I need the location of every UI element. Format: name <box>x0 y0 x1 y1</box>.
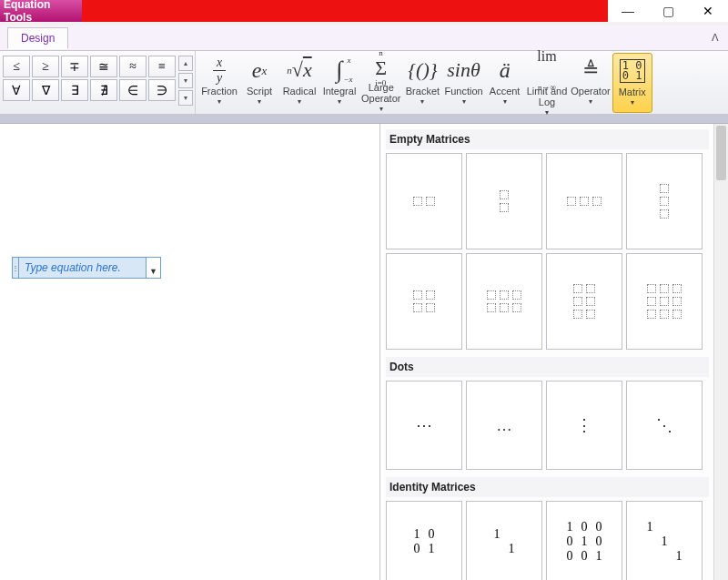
struct-label: Limit andLog <box>527 86 568 107</box>
struct-label: Operator <box>571 86 610 97</box>
struct-bracket[interactable]: {()}Bracket▾ <box>402 53 442 113</box>
equation-input[interactable]: Type equation here. <box>19 257 147 279</box>
symbol-0[interactable]: ≤ <box>3 56 30 77</box>
struct-large-operator[interactable]: nΣi=0LargeOperator▾ <box>359 53 402 113</box>
gallery-matrix-3x3[interactable] <box>626 253 703 350</box>
gallery-dots-center[interactable]: ⋯ <box>386 381 462 470</box>
symbol-10[interactable]: ∈ <box>119 79 147 101</box>
struct-glyph: 1 00 1 <box>620 56 645 86</box>
gallery-matrix-1x2[interactable] <box>386 153 462 249</box>
gallery-matrix-2x2[interactable] <box>386 253 462 350</box>
struct-label: Fraction <box>201 86 238 97</box>
gallery-identity-3x3-blank[interactable]: 111 <box>626 501 703 580</box>
dots-glyph: ⋱ <box>656 415 672 435</box>
struct-label: Script <box>247 86 272 97</box>
struct-function[interactable]: sinθFunction▾ <box>442 53 484 113</box>
symbol-5[interactable]: ≡ <box>148 56 176 77</box>
struct-glyph: nΣi=0 <box>375 55 387 82</box>
symbol-9[interactable]: ∄ <box>90 79 117 101</box>
equation-handle-icon[interactable]: ⋮ <box>12 257 19 279</box>
struct-matrix[interactable]: 1 00 1Matrix▾ <box>612 53 652 113</box>
struct-glyph: limn→∞ <box>537 55 556 86</box>
equation-content-control[interactable]: ⋮ Type equation here. ▼ <box>12 257 161 279</box>
struct-glyph: ä <box>500 55 511 86</box>
dots-glyph: ⋯ <box>416 415 432 435</box>
collapse-ribbon-button[interactable]: ᐱ <box>706 29 724 47</box>
gallery-identity-3x3[interactable]: 100010001 <box>546 501 622 580</box>
symbols-more-icon[interactable]: ▾ <box>178 90 193 106</box>
dots-glyph: ⋮ <box>576 415 592 435</box>
tab-design[interactable]: Design <box>7 27 68 49</box>
symbol-4[interactable]: ≈ <box>119 56 147 77</box>
gallery-scrollbar[interactable] <box>713 124 728 580</box>
symbol-8[interactable]: ∃ <box>61 79 88 101</box>
struct-glyph: n√x <box>287 55 311 86</box>
symbol-2[interactable]: ∓ <box>61 56 88 77</box>
dots-glyph: … <box>496 416 512 435</box>
symbol-6[interactable]: ∀ <box>3 79 30 101</box>
struct-dropdown-icon: ▾ <box>217 97 221 106</box>
symbol-1[interactable]: ≥ <box>32 56 59 77</box>
equation-options-dropdown[interactable]: ▼ <box>147 257 161 279</box>
gallery-matrix-2x3[interactable] <box>466 253 542 350</box>
struct-label: Integral <box>323 86 357 97</box>
ribbon: ≤≥∓≅≈≡ ∀∇∃∄∈∋ ▴ ▾ ▾ xyFraction▾exScript▾… <box>0 51 728 115</box>
struct-limit-and-log[interactable]: limn→∞Limit andLog▾ <box>525 53 570 113</box>
struct-integral[interactable]: ∫x−xIntegral▾ <box>319 53 359 113</box>
gallery-matrix-2x1[interactable] <box>466 153 542 249</box>
struct-dropdown-icon: ▾ <box>462 97 466 106</box>
gallery-identity-2x2-blank[interactable]: 11 <box>466 501 542 580</box>
struct-dropdown-icon: ▾ <box>545 108 549 117</box>
document-area[interactable]: ⋮ Type equation here. ▼ Empty MatricesDo… <box>0 124 728 580</box>
gallery-dots-vertical[interactable]: ⋮ <box>546 381 622 470</box>
structures-group: xyFraction▾exScript▾n√xRadical▾∫x−xInteg… <box>196 51 654 114</box>
minimize-button[interactable]: — <box>608 0 648 22</box>
struct-operator[interactable]: ≜Operator▾ <box>569 53 612 113</box>
gallery-scrollbar-thumb[interactable] <box>716 126 726 180</box>
matrix-gallery: Empty MatricesDots⋯…⋮⋱Identity Matrices1… <box>379 124 728 580</box>
titlebar: Equation Tools — ▢ ✕ <box>0 0 728 25</box>
gallery-section-header: Identity Matrices <box>386 477 709 497</box>
struct-glyph: sinθ <box>447 55 480 86</box>
gallery-dots-diagonal[interactable]: ⋱ <box>626 381 703 470</box>
gallery-grid <box>386 153 709 350</box>
struct-label: Accent <box>490 86 521 97</box>
struct-dropdown-icon: ▾ <box>298 97 301 106</box>
struct-dropdown-icon: ▾ <box>589 97 592 106</box>
close-button[interactable]: ✕ <box>688 0 728 22</box>
ribbon-tabs: Design ᐱ <box>0 25 728 51</box>
struct-label: Radical <box>283 86 317 97</box>
titlebar-accent <box>82 0 608 22</box>
struct-dropdown-icon: ▾ <box>420 97 424 106</box>
gallery-dots-baseline[interactable]: … <box>466 381 542 470</box>
struct-dropdown-icon: ▾ <box>258 97 261 106</box>
struct-accent[interactable]: äAccent▾ <box>485 53 525 113</box>
struct-dropdown-icon: ▾ <box>379 105 383 113</box>
symbols-scrollbar[interactable]: ▴ ▾ ▾ <box>178 55 193 107</box>
struct-glyph: ∫x−x <box>336 55 342 86</box>
symbol-7[interactable]: ∇ <box>32 79 59 101</box>
struct-label: Bracket <box>406 86 440 97</box>
symbol-11[interactable]: ∋ <box>148 79 176 101</box>
struct-dropdown-icon: ▾ <box>503 97 507 106</box>
gallery-matrix-3x1[interactable] <box>626 153 703 249</box>
struct-radical[interactable]: n√xRadical▾ <box>279 53 319 113</box>
struct-glyph: xy <box>213 55 226 86</box>
gallery-section-header: Empty Matrices <box>386 129 709 149</box>
struct-fraction[interactable]: xyFraction▾ <box>199 53 239 113</box>
symbols-scroll-up-icon[interactable]: ▴ <box>178 56 193 71</box>
equation-tools-label: Equation Tools <box>0 0 82 22</box>
maximize-button[interactable]: ▢ <box>648 0 688 22</box>
struct-glyph: ≜ <box>582 55 599 86</box>
gallery-matrix-1x3[interactable] <box>546 153 622 249</box>
gallery-matrix-3x2[interactable] <box>546 253 622 350</box>
struct-glyph: {()} <box>408 55 437 86</box>
symbols-scroll-down-icon[interactable]: ▾ <box>178 73 193 88</box>
struct-script[interactable]: exScript▾ <box>239 53 279 113</box>
window-controls: — ▢ ✕ <box>608 0 728 22</box>
struct-dropdown-icon: ▾ <box>338 97 341 106</box>
symbol-3[interactable]: ≅ <box>90 56 117 77</box>
symbols-group: ≤≥∓≅≈≡ ∀∇∃∄∈∋ ▴ ▾ ▾ <box>0 51 196 114</box>
gallery-grid: 100111100010001111 <box>386 501 709 580</box>
gallery-identity-2x2[interactable]: 1001 <box>386 501 462 580</box>
